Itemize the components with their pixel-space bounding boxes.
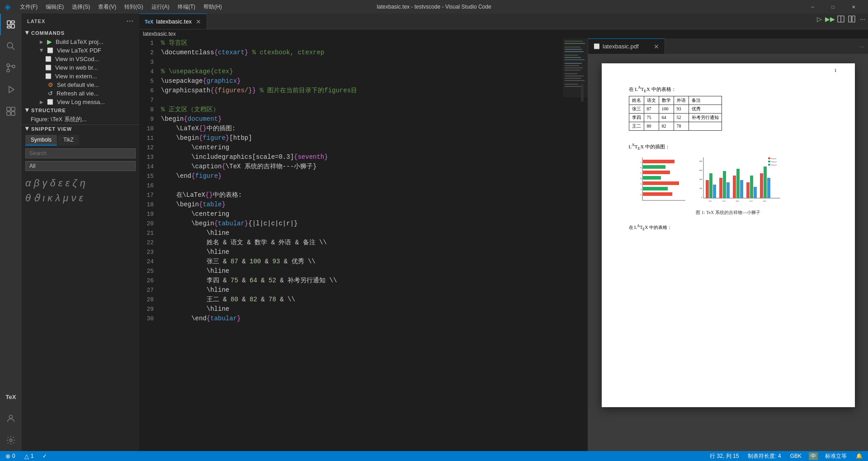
gear-icon: ⚙ bbox=[48, 81, 53, 88]
line-numbers: 1234567891011121314151617181920212223242… bbox=[139, 38, 159, 451]
code-line-27: \hline bbox=[161, 285, 563, 295]
pdf-icon: ⬜ bbox=[47, 48, 53, 53]
pdf-table-title: 在 LATEX 中的表格： bbox=[629, 85, 828, 93]
encoding-status[interactable]: GBK bbox=[788, 453, 803, 459]
tab-spacer bbox=[207, 14, 814, 29]
svg-marker-9 bbox=[9, 86, 14, 93]
file-icon-3: ⬜ bbox=[45, 73, 52, 79]
code-line-4: % \usepackage{ctex} bbox=[161, 67, 563, 76]
maximize-button[interactable]: □ bbox=[823, 0, 843, 14]
svg-text:F: F bbox=[640, 188, 642, 190]
menu-file[interactable]: 文件(F) bbox=[16, 2, 41, 12]
menu-goto[interactable]: 转到(G) bbox=[121, 2, 146, 12]
account-activity-icon[interactable] bbox=[0, 408, 22, 429]
settings-activity-icon[interactable] bbox=[0, 429, 22, 451]
extensions-activity-icon[interactable] bbox=[0, 100, 22, 122]
pdf-more-actions-icon[interactable]: ··· bbox=[856, 38, 868, 54]
menu-view[interactable]: 查看(V) bbox=[94, 2, 120, 12]
file-icon-2: ⬜ bbox=[45, 65, 52, 71]
view-in-web-item[interactable]: ⬜ View in web br... bbox=[22, 63, 139, 72]
svg-rect-42 bbox=[643, 160, 675, 163]
svg-rect-69 bbox=[733, 176, 736, 198]
code-line-18: \begin{table} bbox=[161, 200, 563, 209]
pdf-tab[interactable]: ⬜ latexbasic.pdf ✕ bbox=[588, 38, 665, 54]
svg-rect-0 bbox=[7, 21, 10, 25]
menu-select[interactable]: 选择(S) bbox=[68, 2, 94, 12]
run-button[interactable]: ▷ bbox=[814, 14, 825, 24]
symbols-tab[interactable]: Symbols bbox=[25, 135, 57, 146]
editor-tab-latexbasic[interactable]: TeX latexbasic.tex ✕ bbox=[139, 14, 207, 29]
bell-status[interactable]: 🔔 bbox=[854, 453, 864, 459]
warning-icon: △ bbox=[24, 453, 29, 460]
explorer-activity-icon[interactable] bbox=[0, 14, 22, 35]
code-lines[interactable]: % 导言区\documentclass{ctexart} % ctexbook,… bbox=[159, 38, 563, 451]
svg-rect-76 bbox=[764, 166, 767, 198]
run-all-button[interactable]: ▶▶ bbox=[825, 14, 835, 24]
view-in-extern-item[interactable]: ⬜ View in extern... bbox=[22, 72, 139, 81]
refresh-views-item[interactable]: ↺ Refresh all vie... bbox=[22, 89, 139, 98]
menu-terminal[interactable]: 终端(T) bbox=[174, 2, 199, 12]
bell-icon: 🔔 bbox=[856, 453, 863, 459]
code-line-17: 在\LaTeX{}中的表格: bbox=[161, 190, 563, 200]
svg-text:30.0: 30.0 bbox=[763, 200, 766, 202]
check-icon: ✓ bbox=[42, 453, 47, 459]
pdf-figure-caption: 图 1: TeX 系统的吉祥物—小狮子 bbox=[629, 209, 828, 216]
structure-section-header[interactable]: ▶ STRUCTURE bbox=[22, 106, 139, 114]
sidebar: LATEX ··· ▶ COMMANDS ▶ ▶ Build LaTeX pro… bbox=[22, 14, 139, 451]
view-log-item[interactable]: ▶ ⬜ View Log messa... bbox=[22, 98, 139, 106]
editor-tab-bar: TeX latexbasic.tex ✕ ▷ ▶▶ ··· bbox=[139, 14, 868, 29]
code-editor[interactable]: 1234567891011121314151617181920212223242… bbox=[139, 38, 563, 451]
pdf-table-section-label: 在 LATEX 中的表格： bbox=[629, 224, 828, 231]
tex-activity-icon[interactable]: TeX bbox=[0, 386, 22, 408]
tikz-tab[interactable]: TikZ bbox=[58, 135, 79, 146]
menu-edit[interactable]: 编辑(E) bbox=[42, 2, 67, 12]
svg-rect-87 bbox=[768, 164, 770, 166]
errors-status[interactable]: ⊗ 0 bbox=[4, 453, 17, 460]
structure-figure-item[interactable]: Figure: \TeX 系统的... bbox=[22, 114, 139, 124]
split-editor-button[interactable] bbox=[835, 14, 846, 24]
sidebar-more-icon[interactable]: ··· bbox=[127, 17, 134, 25]
misc2-label: 标准立等 bbox=[825, 452, 847, 460]
collapse-icon: ▶ bbox=[39, 49, 44, 52]
error-count: 0 bbox=[12, 453, 15, 459]
set-default-view-item[interactable]: ⚙ Set default vie... bbox=[22, 81, 139, 89]
window-title: latexbasic.tex - testvscode - Visual Stu… bbox=[377, 4, 491, 10]
svg-rect-46 bbox=[643, 181, 679, 185]
menu-run[interactable]: 运行(A) bbox=[148, 2, 173, 12]
run-debug-activity-icon[interactable] bbox=[0, 79, 22, 100]
menu-help[interactable]: 帮助(H) bbox=[200, 2, 226, 12]
source-control-activity-icon[interactable] bbox=[0, 57, 22, 79]
tab-close-icon[interactable]: ✕ bbox=[196, 18, 201, 25]
search-activity-icon[interactable] bbox=[0, 35, 22, 57]
more-actions-button[interactable]: ··· bbox=[857, 14, 868, 24]
view-latex-pdf-item[interactable]: ▶ ⬜ View LaTeX PDF bbox=[22, 46, 139, 55]
build-latex-item[interactable]: ▶ ▶ Build LaTeX proj... bbox=[22, 37, 139, 46]
tab-size-status[interactable]: 制表符长度: 4 bbox=[746, 452, 783, 460]
view-in-vscode-item[interactable]: ⬜ View in VSCod... bbox=[22, 55, 139, 63]
snippet-view-header[interactable]: ▶ SNIPPET VIEW bbox=[22, 125, 139, 133]
close-button[interactable]: ✕ bbox=[843, 0, 863, 14]
commands-section-header[interactable]: ▶ COMMANDS bbox=[22, 29, 139, 37]
svg-rect-64 bbox=[709, 173, 712, 198]
cursor-pos-label: 行 32, 列 15 bbox=[710, 452, 739, 460]
menu-bar: 文件(F) 编辑(E) 选择(S) 查看(V) 转到(G) 运行(A) 终端(T… bbox=[16, 2, 226, 12]
minimize-button[interactable]: ─ bbox=[802, 0, 823, 14]
svg-text:A: A bbox=[640, 161, 642, 163]
svg-text:10.5: 10.5 bbox=[708, 200, 712, 202]
warnings-status[interactable]: △ 1 bbox=[23, 453, 36, 460]
snippet-filter[interactable]: All bbox=[25, 161, 136, 171]
pdf-content[interactable]: 1 在 LATEX 中的表格： 姓名语文数学外语备注 张三8710093优秀 bbox=[588, 54, 868, 451]
open-side-button[interactable] bbox=[846, 14, 857, 24]
svg-rect-19 bbox=[852, 16, 855, 22]
misc-status[interactable]: 中 bbox=[809, 452, 818, 460]
pdf-tab-bar: ⬜ latexbasic.pdf ✕ ··· bbox=[588, 38, 868, 54]
check-status[interactable]: ✓ bbox=[41, 453, 49, 459]
snippet-tabs: Symbols TikZ bbox=[22, 133, 139, 146]
editor-area: TeX latexbasic.tex ✕ ▷ ▶▶ ··· bbox=[139, 14, 868, 451]
svg-rect-67 bbox=[723, 171, 726, 198]
snippet-search-input[interactable] bbox=[25, 148, 136, 158]
cursor-position-status[interactable]: 行 32, 列 15 bbox=[708, 452, 741, 460]
pdf-tab-close-icon[interactable]: ✕ bbox=[654, 43, 659, 50]
status-bar-left: ⊗ 0 △ 1 ✓ bbox=[4, 453, 49, 460]
misc2-status[interactable]: 标准立等 bbox=[823, 452, 849, 460]
